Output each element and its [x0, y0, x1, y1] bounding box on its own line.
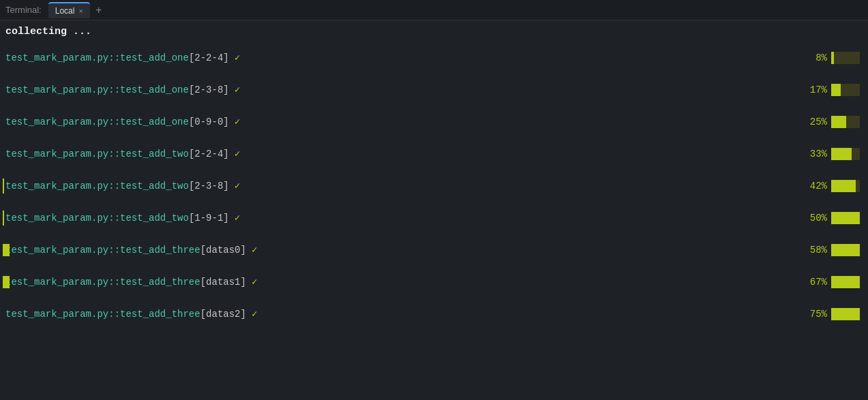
test-name: test_mark_param.py::test_add_three[datas… [5, 308, 797, 320]
test-file: test_mark_param.py [5, 149, 108, 159]
test-checkmark: ✓ [252, 308, 257, 320]
test-name: test_mark_param.py::test_add_one[0-9-0]✓ [5, 116, 797, 127]
test-function: test_add_two [120, 213, 189, 224]
progress-percent: 42% [803, 181, 827, 191]
test-file: test_mark_param.py [5, 117, 108, 127]
progress-bar-fill [831, 308, 860, 320]
progress-bar-fill [831, 52, 834, 64]
progress-percent: 75% [803, 309, 827, 320]
test-file: test_mark_param.py [5, 277, 108, 288]
test-function: test_add_three [120, 277, 200, 288]
test-checkmark: ✓ [235, 84, 240, 95]
progress-bar [831, 84, 860, 96]
cursor-indicator [3, 244, 10, 256]
test-function: test_add_one [120, 117, 189, 127]
test-separator: :: [108, 309, 120, 320]
progress-bar-fill [831, 212, 860, 224]
terminal-label: Terminal: [5, 5, 42, 15]
progress-bar [831, 180, 860, 192]
progress-bar-fill [831, 116, 846, 128]
progress-bar [831, 308, 860, 320]
test-row: test_mark_param.py::test_add_two[2-3-8]✓… [3, 170, 865, 202]
progress-section: 50% [797, 212, 865, 224]
test-params: [2-3-8] [189, 84, 229, 95]
progress-bar-fill [831, 148, 852, 160]
progress-bar [831, 148, 860, 160]
progress-bar-fill [831, 180, 856, 192]
test-checkmark: ✓ [235, 180, 240, 191]
progress-section: 8% [797, 52, 865, 64]
progress-percent: 17% [803, 84, 827, 95]
progress-bar-fill [831, 276, 860, 288]
test-file: test_mark_param.py [5, 245, 108, 256]
progress-bar [831, 52, 860, 64]
test-checkmark: ✓ [235, 148, 240, 159]
test-file: test_mark_param.py [5, 52, 108, 63]
progress-section: 58% [797, 244, 865, 256]
progress-percent: 67% [803, 277, 827, 288]
test-params: [datas2] [200, 309, 246, 320]
test-name: test_mark_param.py::test_add_one[2-3-8]✓ [5, 84, 797, 95]
progress-percent: 58% [803, 245, 827, 256]
tab-close-icon[interactable]: × [78, 7, 83, 15]
test-checkmark: ✓ [235, 116, 240, 127]
test-separator: :: [108, 52, 120, 63]
test-row: test_mark_param.py::test_add_two[1-9-1]✓… [3, 202, 865, 234]
test-function: test_add_two [120, 149, 189, 159]
test-file: test_mark_param.py [5, 213, 108, 224]
test-separator: :: [108, 213, 120, 224]
test-name: test_mark_param.py::test_add_two[2-3-8]✓ [5, 180, 797, 191]
progress-percent: 33% [803, 149, 827, 159]
test-function: test_add_three [120, 245, 200, 256]
cursor-indicator [3, 276, 10, 288]
test-rows-container: test_mark_param.py::test_add_one[2-2-4]✓… [3, 42, 865, 330]
progress-section: 33% [797, 148, 865, 160]
progress-bar-fill [831, 84, 841, 96]
test-params: [0-9-0] [189, 117, 229, 127]
test-separator: :: [108, 84, 120, 95]
test-separator: :: [108, 277, 120, 288]
tab-local[interactable]: Local × [48, 2, 90, 18]
progress-percent: 8% [803, 52, 827, 63]
progress-percent: 25% [803, 117, 827, 127]
test-params: [2-2-4] [189, 52, 229, 63]
progress-section: 17% [797, 84, 865, 96]
test-row: test_mark_param.py::test_add_one[2-2-4]✓… [3, 42, 865, 74]
test-checkmark: ✓ [235, 52, 240, 63]
collecting-text: collecting ... [3, 26, 865, 37]
test-name: test_mark_param.py::test_add_two[1-9-1]✓ [5, 212, 797, 224]
test-params: [1-9-1] [189, 213, 229, 224]
progress-percent: 50% [803, 213, 827, 224]
test-separator: :: [108, 181, 120, 191]
progress-section: 67% [797, 276, 865, 288]
progress-section: 25% [797, 116, 865, 128]
cursor-indicator [3, 179, 4, 194]
test-checkmark: ✓ [235, 212, 240, 224]
test-file: test_mark_param.py [5, 309, 108, 320]
progress-bar [831, 244, 860, 256]
test-name: test_mark_param.py::test_add_one[2-2-4]✓ [5, 52, 797, 63]
test-params: [2-2-4] [189, 149, 229, 159]
test-checkmark: ✓ [252, 244, 257, 256]
test-row: test_mark_param.py::test_add_three[datas… [3, 234, 865, 266]
terminal-content: collecting ... test_mark_param.py::test_… [0, 20, 868, 400]
test-name: test_mark_param.py::test_add_two[2-2-4]✓ [5, 148, 797, 159]
test-separator: :: [108, 245, 120, 256]
test-function: test_add_one [120, 52, 189, 63]
test-file: test_mark_param.py [5, 181, 108, 191]
test-function: test_add_two [120, 181, 189, 191]
tab-local-label: Local [55, 6, 75, 16]
test-row: test_mark_param.py::test_add_three[datas… [3, 266, 865, 298]
test-name: test_mark_param.py::test_add_three[datas… [5, 276, 797, 288]
progress-section: 42% [797, 180, 865, 192]
test-row: test_mark_param.py::test_add_two[2-2-4]✓… [3, 138, 865, 170]
progress-bar-fill [831, 244, 860, 256]
progress-section: 75% [797, 308, 865, 320]
test-function: test_add_one [120, 84, 189, 95]
test-name: test_mark_param.py::test_add_three[datas… [5, 244, 797, 256]
test-separator: :: [108, 149, 120, 159]
test-params: [2-3-8] [189, 181, 229, 191]
test-function: test_add_three [120, 309, 200, 320]
progress-bar [831, 276, 860, 288]
tab-add-button[interactable]: + [93, 4, 104, 16]
